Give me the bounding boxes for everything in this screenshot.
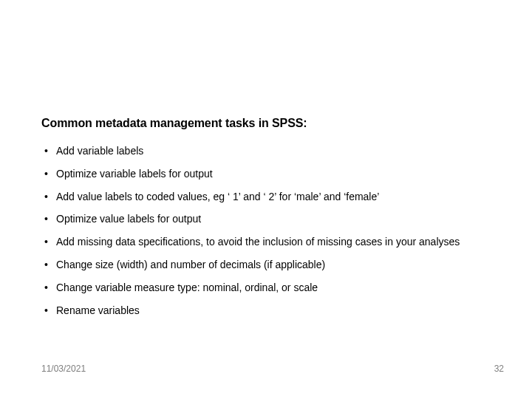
- footer-date: 11/03/2021: [41, 364, 86, 374]
- list-item: Rename variables: [41, 304, 511, 317]
- list-item: Change size (width) and number of decima…: [41, 259, 511, 271]
- list-item: Add variable labels: [41, 145, 511, 157]
- footer-page-number: 32: [494, 364, 504, 374]
- list-item: Change variable measure type: nominal, o…: [41, 282, 511, 294]
- list-item: Optimize variable labels for output: [41, 168, 511, 180]
- list-item: Add value labels to coded values, eg ‘ 1…: [41, 191, 511, 203]
- list-item: Add missing data specifications, to avoi…: [41, 236, 511, 248]
- slide: Common metadata management tasks in SPSS…: [0, 0, 532, 399]
- slide-heading: Common metadata management tasks in SPSS…: [41, 117, 307, 130]
- list-item: Optimize value labels for output: [41, 213, 511, 225]
- bullet-list: Add variable labels Optimize variable la…: [41, 145, 511, 327]
